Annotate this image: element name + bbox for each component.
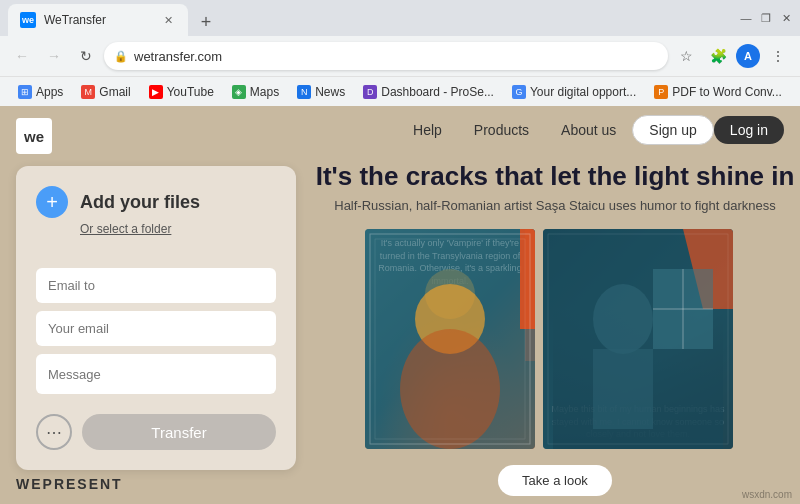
news-favicon: N: [297, 85, 311, 99]
email-to-field[interactable]: [36, 268, 276, 303]
lock-icon: 🔒: [114, 50, 128, 63]
bookmark-news-label: News: [315, 85, 345, 99]
menu-button[interactable]: ⋮: [764, 42, 792, 70]
bookmark-google-opp[interactable]: G Your digital opport...: [504, 82, 644, 102]
hero-subtitle: Half-Russian, half-Romanian artist Saşa …: [334, 198, 775, 213]
artwork-right: Maybe this bit of my human beginnings ha…: [543, 229, 733, 449]
nav-login[interactable]: Log in: [714, 116, 784, 144]
address-bar[interactable]: 🔒 wetransfer.com: [104, 42, 668, 70]
bookmark-apps-label: Apps: [36, 85, 63, 99]
back-button[interactable]: ←: [8, 42, 36, 70]
bookmarks-bar: ⊞ Apps M Gmail ▶ YouTube ◈ Maps N News D…: [0, 76, 800, 106]
nav-bar: ← → ↻ 🔒 wetransfer.com ☆ 🧩 A ⋮: [0, 36, 800, 76]
maximize-button[interactable]: ❐: [760, 12, 772, 24]
bookmark-youtube[interactable]: ▶ YouTube: [141, 82, 222, 102]
gmail-favicon: M: [81, 85, 95, 99]
bookmark-icon[interactable]: ☆: [672, 42, 700, 70]
site-navigation: Help Products About us Sign up Log in: [381, 106, 800, 154]
bookmark-gmail[interactable]: M Gmail: [73, 82, 138, 102]
page-content: we Help Products About us Sign up Log in…: [0, 106, 800, 504]
window-controls: — ❐ ✕: [740, 12, 792, 24]
tab-favicon: we: [20, 12, 36, 28]
bookmark-dashboard-label: Dashboard - ProSe...: [381, 85, 494, 99]
bookmark-maps[interactable]: ◈ Maps: [224, 82, 287, 102]
reload-button[interactable]: ↻: [72, 42, 100, 70]
artwork-container: It's actually only 'Vampire' if they're …: [365, 229, 745, 449]
svg-rect-8: [593, 349, 653, 429]
we-logo-box: we: [16, 118, 52, 154]
tab-bar: we WeTransfer ✕ +: [8, 0, 220, 36]
bookmark-dashboard[interactable]: D Dashboard - ProSe...: [355, 82, 502, 102]
panel-bottom: ⋯ Transfer: [36, 414, 276, 450]
nav-products[interactable]: Products: [458, 114, 545, 146]
transfer-button[interactable]: Transfer: [82, 414, 276, 450]
tab-title: WeTransfer: [44, 13, 106, 27]
right-art-svg: [543, 229, 733, 449]
bookmark-gmail-label: Gmail: [99, 85, 130, 99]
svg-point-3: [400, 329, 500, 449]
add-files-row: + Add your files: [36, 186, 276, 218]
apps-favicon: ⊞: [18, 85, 32, 99]
nav-signup[interactable]: Sign up: [632, 115, 713, 145]
close-button[interactable]: ✕: [780, 12, 792, 24]
active-tab[interactable]: we WeTransfer ✕: [8, 4, 188, 36]
add-files-button[interactable]: +: [36, 186, 68, 218]
nav-right-icons: ☆ 🧩 A ⋮: [672, 42, 792, 70]
left-art-svg: [365, 229, 535, 449]
take-a-look-button[interactable]: Take a look: [498, 465, 612, 496]
bookmark-pdf-label: PDF to Word Conv...: [672, 85, 782, 99]
tab-close-button[interactable]: ✕: [160, 12, 176, 28]
bookmark-pdf[interactable]: P PDF to Word Conv...: [646, 82, 790, 102]
url-text: wetransfer.com: [134, 49, 658, 64]
hero-section: It's the cracks that let the light shine…: [310, 106, 800, 504]
bookmark-google-label: Your digital opport...: [530, 85, 636, 99]
google-favicon: G: [512, 85, 526, 99]
wepresent-logo: WEPRESENT: [16, 476, 123, 492]
title-bar: we WeTransfer ✕ + — ❐ ✕: [0, 0, 800, 36]
artwork-left: It's actually only 'Vampire' if they're …: [365, 229, 535, 449]
bookmark-apps[interactable]: ⊞ Apps: [10, 82, 71, 102]
svg-rect-2: [520, 229, 535, 329]
maps-favicon: ◈: [232, 85, 246, 99]
new-tab-button[interactable]: +: [192, 8, 220, 36]
dash-favicon: D: [363, 85, 377, 99]
pdf-favicon: P: [654, 85, 668, 99]
options-button[interactable]: ⋯: [36, 414, 72, 450]
upload-panel: + Add your files Or select a folder ⋯ Tr…: [16, 166, 296, 470]
select-folder-link[interactable]: Or select a folder: [80, 222, 276, 236]
bookmarks-more-button[interactable]: »: [792, 80, 800, 104]
forward-button[interactable]: →: [40, 42, 68, 70]
message-field[interactable]: [36, 354, 276, 394]
nav-about[interactable]: About us: [545, 114, 632, 146]
wetransfer-logo[interactable]: we: [16, 118, 52, 154]
bookmark-maps-label: Maps: [250, 85, 279, 99]
yt-favicon: ▶: [149, 85, 163, 99]
svg-point-7: [593, 284, 653, 354]
minimize-button[interactable]: —: [740, 12, 752, 24]
bookmark-news[interactable]: N News: [289, 82, 353, 102]
extensions-icon[interactable]: 🧩: [704, 42, 732, 70]
hero-title: It's the cracks that let the light shine…: [316, 161, 795, 192]
profile-button[interactable]: A: [736, 44, 760, 68]
bookmark-youtube-label: YouTube: [167, 85, 214, 99]
your-email-field[interactable]: [36, 311, 276, 346]
nav-help[interactable]: Help: [397, 114, 458, 146]
watermark: wsxdn.com: [742, 489, 792, 500]
add-files-label: Add your files: [80, 192, 200, 213]
